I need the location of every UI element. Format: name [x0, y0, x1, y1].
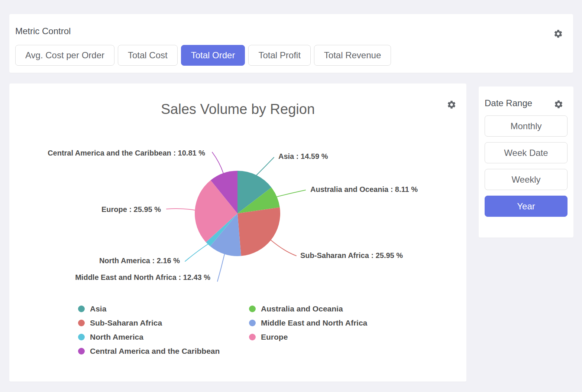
legend-item-middle-east-and-north-africa[interactable]: Middle East and North Africa: [249, 319, 367, 327]
legend-dot-middle-east-and-north-africa: [249, 320, 256, 326]
chart-legend: AsiaAustralia and OceaniaSub-Saharan Afr…: [78, 305, 367, 355]
legend-item-australia-and-oceania[interactable]: Australia and Oceania: [249, 305, 367, 313]
legend-label: Europe: [261, 333, 288, 342]
date-range-button-group: MonthlyWeek DateWeeklyYear: [485, 115, 568, 217]
gear-icon[interactable]: [553, 29, 563, 39]
legend-dot-sub-saharan-africa: [78, 320, 85, 326]
label-line-australia-and-oceania: [277, 190, 305, 197]
total-profit-button[interactable]: Total Profit: [248, 45, 310, 66]
gear-icon[interactable]: [554, 99, 563, 109]
date-range-title: Date Range: [485, 98, 532, 108]
legend-label: Asia: [90, 304, 106, 313]
total-order-button[interactable]: Total Order: [181, 45, 245, 66]
legend-dot-australia-and-oceania: [249, 306, 256, 312]
legend-label: Australia and Oceania: [261, 304, 343, 313]
label-line-central-america-and-the-caribbean: [212, 152, 223, 173]
legend-item-sub-saharan-africa[interactable]: Sub-Saharan Africa: [78, 319, 249, 327]
legend-label: Central America and the Caribbean: [90, 347, 220, 356]
pie-label-asia: Asia : 14.59 %: [278, 152, 328, 160]
legend-label: Sub-Saharan Africa: [90, 318, 162, 327]
pie-label-australia-and-oceania: Australia and Oceania : 8.11 %: [310, 185, 418, 193]
pie-label-sub-saharan-africa: Sub-Saharan Africa : 25.95 %: [300, 251, 403, 259]
label-line-sub-saharan-africa: [271, 240, 296, 256]
avg-cost-per-order-button[interactable]: Avg. Cost per Order: [15, 45, 114, 66]
label-line-middle-east-and-north-africa: [217, 254, 224, 281]
legend-label: Middle East and North Africa: [261, 318, 367, 327]
legend-item-north-america[interactable]: North America: [78, 333, 249, 341]
pie-label-central-america-and-the-caribbean: Central America and the Caribbean : 10.8…: [48, 149, 205, 157]
label-line-north-america: [185, 244, 208, 261]
date-range-panel: Date Range MonthlyWeek DateWeeklyYear: [479, 86, 573, 238]
legend-label: North America: [90, 333, 143, 342]
legend-dot-north-america: [78, 334, 85, 340]
pie-label-middle-east-and-north-africa: Middle East and North Africa : 12.43 %: [75, 273, 210, 281]
legend-dot-asia: [78, 306, 85, 312]
metric-control-title: Metric Control: [15, 26, 71, 36]
legend-dot-central-america-and-the-caribbean: [78, 348, 85, 355]
sales-volume-chart-panel: Sales Volume by Region Asia : 14.59 %Aus…: [9, 84, 466, 382]
pie-chart: Asia : 14.59 %Australia and Oceania : 8.…: [9, 84, 466, 291]
label-line-asia: [256, 157, 274, 175]
legend-item-europe[interactable]: Europe: [249, 333, 367, 341]
label-line-europe: [166, 209, 195, 210]
pie-label-europe: Europe : 25.95 %: [101, 205, 161, 213]
total-cost-button[interactable]: Total Cost: [118, 45, 178, 66]
legend-item-central-america-and-the-caribbean[interactable]: Central America and the Caribbean: [78, 347, 249, 355]
pie-slice-sub-saharan-africa[interactable]: [237, 207, 280, 256]
metric-control-panel: Metric Control Avg. Cost per OrderTotal …: [9, 14, 573, 73]
weekly-button[interactable]: Weekly: [485, 169, 568, 190]
total-revenue-button[interactable]: Total Revenue: [314, 45, 391, 66]
week-date-button[interactable]: Week Date: [485, 142, 568, 163]
legend-item-asia[interactable]: Asia: [78, 305, 249, 313]
year-button[interactable]: Year: [485, 196, 568, 217]
pie-label-north-america: North America : 2.16 %: [99, 257, 180, 265]
metric-button-group: Avg. Cost per OrderTotal CostTotal Order…: [15, 45, 391, 66]
monthly-button[interactable]: Monthly: [485, 115, 568, 137]
legend-dot-europe: [249, 334, 256, 340]
